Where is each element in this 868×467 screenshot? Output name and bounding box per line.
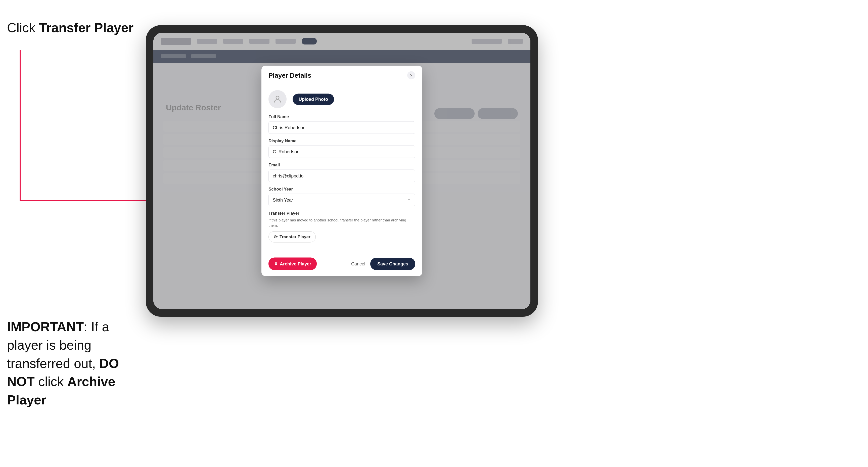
player-details-modal: Player Details × Upload Photo — [261, 66, 422, 276]
archive-icon: ⬇ — [274, 261, 278, 267]
cancel-button[interactable]: Cancel — [351, 261, 365, 267]
modal-header: Player Details × — [261, 66, 422, 84]
transfer-btn-label: Transfer Player — [280, 235, 310, 240]
upload-photo-button[interactable]: Upload Photo — [292, 93, 334, 105]
archive-player-button[interactable]: ⬇ Archive Player — [269, 258, 317, 270]
full-name-group: Full Name — [269, 114, 415, 134]
tablet-screen: Update Roster Player Details × — [153, 33, 530, 309]
school-year-group: School Year Sixth Year — [269, 187, 415, 206]
svg-point-0 — [276, 96, 279, 99]
email-label: Email — [269, 163, 415, 168]
display-name-group: Display Name — [269, 138, 415, 158]
archive-btn-label: Archive Player — [280, 261, 311, 267]
arrow-horizontal — [20, 200, 162, 201]
footer-right-actions: Cancel Save Changes — [351, 258, 415, 270]
full-name-label: Full Name — [269, 114, 415, 119]
school-year-select[interactable]: Sixth Year — [269, 194, 415, 206]
school-year-label: School Year — [269, 187, 415, 192]
tablet-device: Update Roster Player Details × — [146, 25, 538, 317]
transfer-section: Transfer Player If this player has moved… — [269, 211, 415, 243]
instruction-top: Click Transfer Player — [7, 20, 133, 35]
instruction-bold: Transfer Player — [39, 20, 133, 35]
display-name-input[interactable] — [269, 146, 415, 158]
instruction-prefix: Click — [7, 20, 39, 35]
arrow-annotation — [20, 50, 163, 226]
transfer-icon: ⟳ — [274, 234, 278, 240]
modal-body: Upload Photo Full Name Display Name Emai… — [261, 84, 422, 254]
arrow-vertical — [20, 50, 21, 201]
transfer-section-title: Transfer Player — [269, 211, 415, 216]
important-label: IMPORTANT — [7, 319, 84, 334]
modal-close-button[interactable]: × — [407, 71, 415, 80]
modal-title: Player Details — [269, 71, 311, 79]
avatar — [269, 90, 286, 108]
instruction-bottom: IMPORTANT: If a player is being transfer… — [7, 318, 148, 409]
email-input[interactable] — [269, 170, 415, 182]
photo-row: Upload Photo — [269, 90, 415, 108]
transfer-player-button[interactable]: ⟳ Transfer Player — [269, 231, 316, 243]
email-group: Email — [269, 163, 415, 182]
save-changes-button[interactable]: Save Changes — [370, 258, 415, 270]
display-name-label: Display Name — [269, 138, 415, 144]
transfer-description: If this player has moved to another scho… — [269, 217, 415, 228]
instruction-text2: click — [35, 374, 67, 389]
modal-footer: ⬇ Archive Player Cancel Save Changes — [261, 254, 422, 276]
full-name-input[interactable] — [269, 121, 415, 134]
